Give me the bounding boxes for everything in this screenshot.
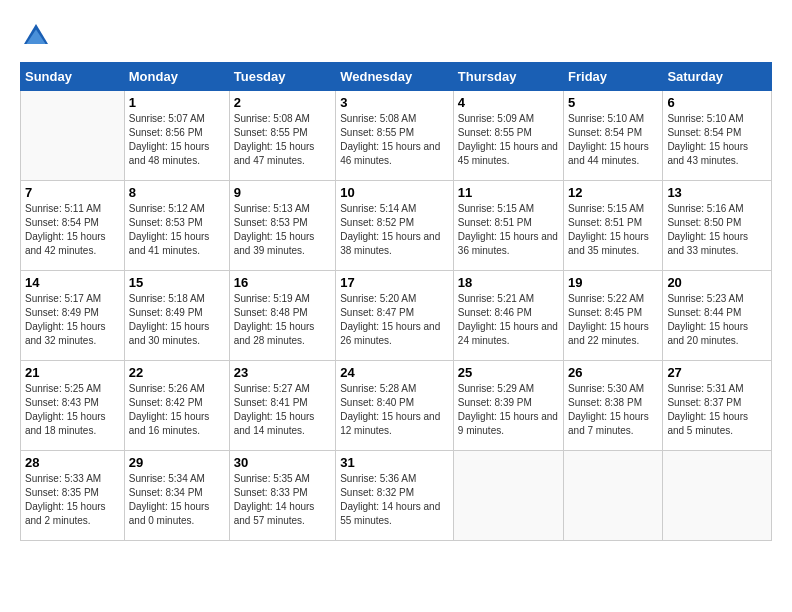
day-info: Sunrise: 5:08 AMSunset: 8:55 PMDaylight:… (234, 112, 331, 168)
calendar-cell: 31Sunrise: 5:36 AMSunset: 8:32 PMDayligh… (336, 451, 454, 541)
day-number: 30 (234, 455, 331, 470)
day-number: 21 (25, 365, 120, 380)
calendar-cell: 3Sunrise: 5:08 AMSunset: 8:55 PMDaylight… (336, 91, 454, 181)
day-number: 4 (458, 95, 559, 110)
day-number: 3 (340, 95, 449, 110)
calendar-cell: 20Sunrise: 5:23 AMSunset: 8:44 PMDayligh… (663, 271, 772, 361)
day-info: Sunrise: 5:27 AMSunset: 8:41 PMDaylight:… (234, 382, 331, 438)
day-info: Sunrise: 5:11 AMSunset: 8:54 PMDaylight:… (25, 202, 120, 258)
day-info: Sunrise: 5:36 AMSunset: 8:32 PMDaylight:… (340, 472, 449, 528)
day-number: 12 (568, 185, 658, 200)
calendar-week-5: 28Sunrise: 5:33 AMSunset: 8:35 PMDayligh… (21, 451, 772, 541)
day-info: Sunrise: 5:17 AMSunset: 8:49 PMDaylight:… (25, 292, 120, 348)
calendar-cell: 2Sunrise: 5:08 AMSunset: 8:55 PMDaylight… (229, 91, 335, 181)
day-info: Sunrise: 5:14 AMSunset: 8:52 PMDaylight:… (340, 202, 449, 258)
calendar-cell (663, 451, 772, 541)
calendar-cell: 29Sunrise: 5:34 AMSunset: 8:34 PMDayligh… (124, 451, 229, 541)
calendar-cell: 1Sunrise: 5:07 AMSunset: 8:56 PMDaylight… (124, 91, 229, 181)
calendar-cell: 8Sunrise: 5:12 AMSunset: 8:53 PMDaylight… (124, 181, 229, 271)
calendar-cell: 27Sunrise: 5:31 AMSunset: 8:37 PMDayligh… (663, 361, 772, 451)
day-number: 10 (340, 185, 449, 200)
calendar-cell: 13Sunrise: 5:16 AMSunset: 8:50 PMDayligh… (663, 181, 772, 271)
day-number: 23 (234, 365, 331, 380)
day-info: Sunrise: 5:22 AMSunset: 8:45 PMDaylight:… (568, 292, 658, 348)
calendar-header: SundayMondayTuesdayWednesdayThursdayFrid… (21, 63, 772, 91)
day-number: 2 (234, 95, 331, 110)
calendar-cell (453, 451, 563, 541)
day-number: 26 (568, 365, 658, 380)
calendar-cell: 12Sunrise: 5:15 AMSunset: 8:51 PMDayligh… (564, 181, 663, 271)
day-info: Sunrise: 5:21 AMSunset: 8:46 PMDaylight:… (458, 292, 559, 348)
weekday-header-sunday: Sunday (21, 63, 125, 91)
logo (20, 20, 56, 52)
calendar-table: SundayMondayTuesdayWednesdayThursdayFrid… (20, 62, 772, 541)
calendar-cell: 28Sunrise: 5:33 AMSunset: 8:35 PMDayligh… (21, 451, 125, 541)
weekday-header-tuesday: Tuesday (229, 63, 335, 91)
day-info: Sunrise: 5:09 AMSunset: 8:55 PMDaylight:… (458, 112, 559, 168)
calendar-cell: 16Sunrise: 5:19 AMSunset: 8:48 PMDayligh… (229, 271, 335, 361)
day-number: 11 (458, 185, 559, 200)
calendar-body: 1Sunrise: 5:07 AMSunset: 8:56 PMDaylight… (21, 91, 772, 541)
calendar-cell: 22Sunrise: 5:26 AMSunset: 8:42 PMDayligh… (124, 361, 229, 451)
day-info: Sunrise: 5:29 AMSunset: 8:39 PMDaylight:… (458, 382, 559, 438)
day-info: Sunrise: 5:08 AMSunset: 8:55 PMDaylight:… (340, 112, 449, 168)
day-number: 29 (129, 455, 225, 470)
day-number: 15 (129, 275, 225, 290)
day-number: 17 (340, 275, 449, 290)
calendar-cell: 26Sunrise: 5:30 AMSunset: 8:38 PMDayligh… (564, 361, 663, 451)
day-number: 27 (667, 365, 767, 380)
day-info: Sunrise: 5:15 AMSunset: 8:51 PMDaylight:… (458, 202, 559, 258)
day-info: Sunrise: 5:19 AMSunset: 8:48 PMDaylight:… (234, 292, 331, 348)
calendar-cell: 24Sunrise: 5:28 AMSunset: 8:40 PMDayligh… (336, 361, 454, 451)
calendar-cell: 14Sunrise: 5:17 AMSunset: 8:49 PMDayligh… (21, 271, 125, 361)
day-number: 5 (568, 95, 658, 110)
day-info: Sunrise: 5:30 AMSunset: 8:38 PMDaylight:… (568, 382, 658, 438)
day-info: Sunrise: 5:34 AMSunset: 8:34 PMDaylight:… (129, 472, 225, 528)
day-number: 6 (667, 95, 767, 110)
day-info: Sunrise: 5:25 AMSunset: 8:43 PMDaylight:… (25, 382, 120, 438)
weekday-header-monday: Monday (124, 63, 229, 91)
day-number: 9 (234, 185, 331, 200)
calendar-cell: 6Sunrise: 5:10 AMSunset: 8:54 PMDaylight… (663, 91, 772, 181)
day-number: 19 (568, 275, 658, 290)
day-info: Sunrise: 5:15 AMSunset: 8:51 PMDaylight:… (568, 202, 658, 258)
calendar-week-2: 7Sunrise: 5:11 AMSunset: 8:54 PMDaylight… (21, 181, 772, 271)
day-info: Sunrise: 5:28 AMSunset: 8:40 PMDaylight:… (340, 382, 449, 438)
calendar-cell: 25Sunrise: 5:29 AMSunset: 8:39 PMDayligh… (453, 361, 563, 451)
calendar-cell: 9Sunrise: 5:13 AMSunset: 8:53 PMDaylight… (229, 181, 335, 271)
calendar-cell: 21Sunrise: 5:25 AMSunset: 8:43 PMDayligh… (21, 361, 125, 451)
day-info: Sunrise: 5:13 AMSunset: 8:53 PMDaylight:… (234, 202, 331, 258)
day-number: 28 (25, 455, 120, 470)
calendar-cell: 23Sunrise: 5:27 AMSunset: 8:41 PMDayligh… (229, 361, 335, 451)
calendar-week-4: 21Sunrise: 5:25 AMSunset: 8:43 PMDayligh… (21, 361, 772, 451)
day-number: 8 (129, 185, 225, 200)
day-number: 1 (129, 95, 225, 110)
day-number: 25 (458, 365, 559, 380)
calendar-cell: 19Sunrise: 5:22 AMSunset: 8:45 PMDayligh… (564, 271, 663, 361)
weekday-header-wednesday: Wednesday (336, 63, 454, 91)
day-info: Sunrise: 5:12 AMSunset: 8:53 PMDaylight:… (129, 202, 225, 258)
day-number: 7 (25, 185, 120, 200)
day-info: Sunrise: 5:23 AMSunset: 8:44 PMDaylight:… (667, 292, 767, 348)
calendar-cell: 17Sunrise: 5:20 AMSunset: 8:47 PMDayligh… (336, 271, 454, 361)
calendar-cell: 4Sunrise: 5:09 AMSunset: 8:55 PMDaylight… (453, 91, 563, 181)
day-info: Sunrise: 5:26 AMSunset: 8:42 PMDaylight:… (129, 382, 225, 438)
day-info: Sunrise: 5:10 AMSunset: 8:54 PMDaylight:… (568, 112, 658, 168)
day-info: Sunrise: 5:33 AMSunset: 8:35 PMDaylight:… (25, 472, 120, 528)
day-info: Sunrise: 5:18 AMSunset: 8:49 PMDaylight:… (129, 292, 225, 348)
weekday-header-thursday: Thursday (453, 63, 563, 91)
calendar-week-1: 1Sunrise: 5:07 AMSunset: 8:56 PMDaylight… (21, 91, 772, 181)
day-number: 24 (340, 365, 449, 380)
day-info: Sunrise: 5:31 AMSunset: 8:37 PMDaylight:… (667, 382, 767, 438)
day-info: Sunrise: 5:35 AMSunset: 8:33 PMDaylight:… (234, 472, 331, 528)
day-number: 22 (129, 365, 225, 380)
day-number: 20 (667, 275, 767, 290)
page-header (20, 20, 772, 52)
calendar-cell: 10Sunrise: 5:14 AMSunset: 8:52 PMDayligh… (336, 181, 454, 271)
day-info: Sunrise: 5:20 AMSunset: 8:47 PMDaylight:… (340, 292, 449, 348)
calendar-cell: 15Sunrise: 5:18 AMSunset: 8:49 PMDayligh… (124, 271, 229, 361)
calendar-cell (21, 91, 125, 181)
weekday-header-saturday: Saturday (663, 63, 772, 91)
day-info: Sunrise: 5:07 AMSunset: 8:56 PMDaylight:… (129, 112, 225, 168)
calendar-cell: 18Sunrise: 5:21 AMSunset: 8:46 PMDayligh… (453, 271, 563, 361)
